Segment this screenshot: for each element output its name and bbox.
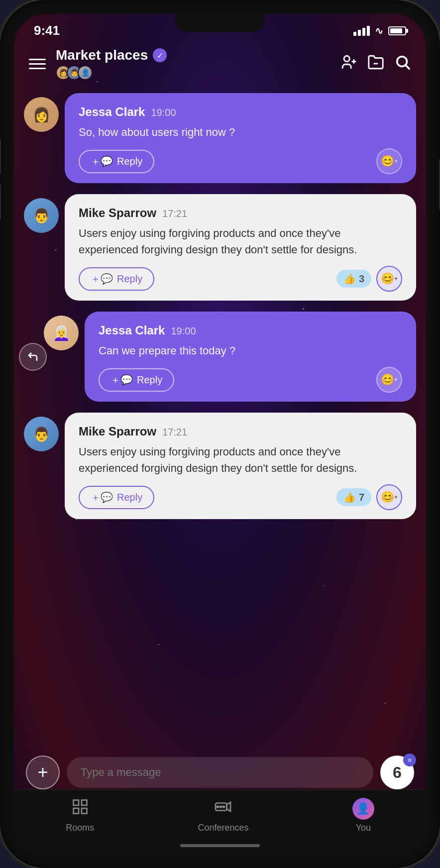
reply-button-4[interactable]: ＋💬 Reply [79,486,154,509]
bubble-header-4: Mike Sparrow 17:21 [79,425,402,438]
message-text-1: So, how about users right now ? [79,124,402,140]
sender-name-4: Mike Sparrow [79,425,156,438]
emoji-button-1[interactable]: 😊+ [376,148,402,174]
add-person-icon[interactable] [340,54,357,74]
sender-time-1: 19:00 [151,107,176,118]
sender-name-1: Jessa Clark [79,105,145,119]
bubble-header-3: Jessa Clark 19:00 [99,324,402,337]
message-input-bar: + 6 ≡ [14,756,426,789]
notification-counter[interactable]: 6 ≡ [380,756,414,789]
battery-icon [388,26,406,35]
chat-area: 👩 Jessa Clark 19:00 So, how about users … [14,88,426,809]
reply-icon-2: ＋💬 [91,272,113,286]
emoji-button-2[interactable]: 😊+ [376,266,402,292]
message-input[interactable] [67,757,373,788]
signal-icon [353,26,370,36]
nav-label-rooms: Rooms [66,823,94,833]
member-avatar-3: 👤 [78,65,93,80]
phone-screen: 9:41 ∿ [14,14,426,854]
sender-time-4: 17:21 [162,427,187,438]
avatar-jessa-1: 👩 [24,97,59,132]
bubble-4: Mike Sparrow 17:21 Users enjoy using for… [65,413,416,519]
message-row: 👩‍🦳 Jessa Clark 19:00 Can we prepare thi… [24,312,416,402]
bubble-actions-2: ＋💬 Reply 👍 3 😊+ [79,266,402,292]
reply-button-2[interactable]: ＋💬 Reply [79,267,154,291]
header: Market places ✓ 👩 👨 👤 [14,42,426,88]
header-center: Market places ✓ 👩 👨 👤 [56,47,340,80]
sender-name-3: Jessa Clark [99,324,165,337]
phone-frame: 9:41 ∿ [0,0,440,868]
search-icon[interactable] [394,54,411,74]
verified-badge: ✓ [153,48,167,62]
emoji-button-4[interactable]: 😊+ [376,484,402,510]
forward-button[interactable] [19,343,47,371]
wifi-icon: ∿ [375,25,383,37]
counter-value: 6 [393,763,402,782]
sender-time-2: 17:21 [162,208,187,219]
channel-title-row: Market places ✓ [56,47,340,63]
reply-icon-4: ＋💬 [91,491,113,504]
message-text-3: Can we prepare this today ? [99,342,402,359]
menu-line-1 [29,59,46,60]
volume-up-button[interactable] [0,139,1,174]
reply-button-3[interactable]: ＋💬 Reply [99,368,174,392]
nav-label-conferences: Conferences [198,823,248,833]
svg-point-4 [397,56,407,66]
message-row: 👩 Jessa Clark 19:00 So, how about users … [24,93,416,183]
sender-time-3: 19:00 [171,326,196,337]
nav-item-rooms[interactable]: Rooms [66,798,94,833]
emoji-button-3[interactable]: 😊+ [376,367,402,393]
message-text-2: Users enjoy using forgiving products and… [79,225,402,258]
message-row: 👨 Mike Sparrow 17:21 Users enjoy using f… [24,413,416,519]
member-avatars: 👩 👨 👤 [56,65,340,80]
svg-point-0 [344,56,349,61]
avatar-mike-1: 👨 [24,198,59,233]
reaction-badge-4[interactable]: 👍 7 [336,488,371,506]
menu-line-3 [29,68,46,69]
rooms-icon [71,798,89,820]
bubble-2: Mike Sparrow 17:21 Users enjoy using for… [65,194,416,301]
nav-label-you: You [356,823,371,833]
add-attachment-button[interactable]: + [26,756,60,789]
menu-line-2 [29,63,46,65]
svg-point-14 [223,806,224,808]
avatar-mike-2: 👨 [24,417,59,451]
bubble-header-1: Jessa Clark 19:00 [79,105,402,119]
bottom-nav: Rooms Conferences 👤 Yo [14,789,426,854]
folder-icon[interactable] [367,54,384,74]
header-actions [340,54,411,74]
reply-icon-3: ＋💬 [110,373,133,387]
channel-name: Market places [56,47,148,63]
menu-button[interactable] [29,59,46,69]
message-row: 👨 Mike Sparrow 17:21 Users enjoy using f… [24,194,416,301]
status-icons: ∿ [353,25,406,37]
conferences-icon [214,798,232,820]
svg-marker-11 [227,802,231,811]
status-time: 9:41 [34,23,60,38]
svg-point-13 [220,806,221,808]
bubble-actions-3: ＋💬 Reply 😊+ [99,367,402,393]
svg-line-5 [406,65,410,69]
bubble-header-2: Mike Sparrow 17:21 [79,206,402,220]
you-avatar: 👤 [352,798,374,820]
bubble-actions-1: ＋💬 Reply 😊+ [79,148,402,174]
volume-down-button[interactable] [0,184,1,219]
bubble-3: Jessa Clark 19:00 Can we prepare this to… [85,312,416,402]
reply-button-1[interactable]: ＋💬 Reply [79,150,154,173]
svg-rect-8 [73,808,79,814]
svg-point-12 [217,806,219,808]
home-indicator [180,844,260,847]
bubble-actions-4: ＋💬 Reply 👍 7 😊+ [79,484,402,510]
reply-icon-1: ＋💬 [91,155,113,168]
message-text-4: Users enjoy using forgiving products and… [79,443,402,476]
counter-badge: ≡ [403,754,416,766]
notch [175,14,265,32]
nav-item-conferences[interactable]: Conferences [198,798,248,833]
reaction-badge-2[interactable]: 👍 3 [336,270,371,288]
nav-item-you[interactable]: 👤 You [352,798,374,833]
sender-name-2: Mike Sparrow [79,206,156,220]
svg-rect-9 [82,808,87,814]
avatar-jessa-2: 👩‍🦳 [44,316,79,350]
svg-rect-6 [73,800,79,806]
svg-rect-7 [82,800,87,806]
